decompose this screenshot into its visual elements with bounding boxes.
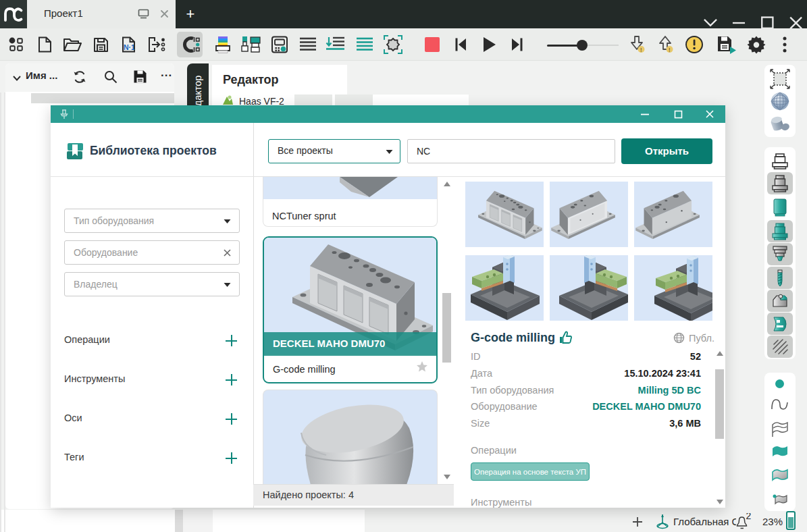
svg-text:N·1: N·1 — [124, 43, 135, 51]
svg-text:!: ! — [669, 47, 671, 53]
svg-text:!: ! — [640, 47, 642, 53]
svg-text:2: 2 — [746, 513, 752, 521]
